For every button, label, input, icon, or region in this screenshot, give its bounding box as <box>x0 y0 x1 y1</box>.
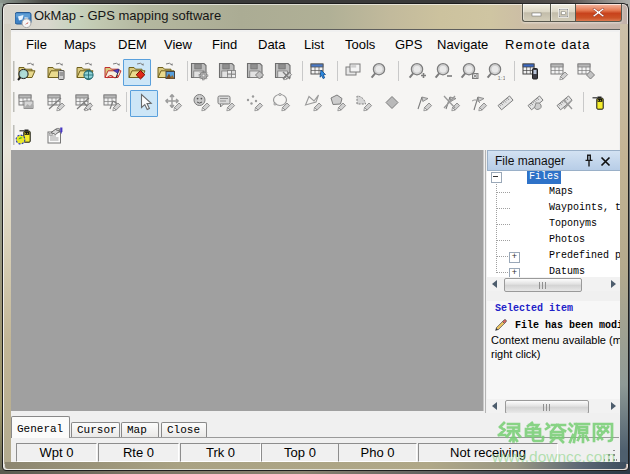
svg-text:1:1: 1:1 <box>498 75 506 81</box>
